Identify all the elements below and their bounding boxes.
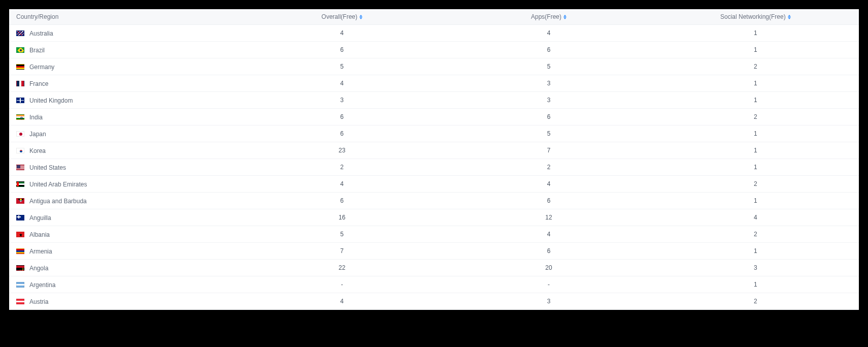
- cell-social: 1: [652, 243, 859, 260]
- flag-icon: [16, 232, 24, 237]
- column-header-overall[interactable]: Overall(Free): [239, 9, 445, 25]
- cell-country: Germany: [9, 58, 239, 75]
- cell-social: 2: [652, 109, 859, 125]
- cell-apps: 6: [445, 193, 652, 209]
- column-header-label: Apps(Free): [531, 13, 561, 20]
- column-header-country: Country/Region: [9, 9, 239, 25]
- cell-social: 1: [652, 142, 859, 159]
- country-name: Japan: [29, 130, 46, 137]
- flag-icon: [16, 265, 24, 271]
- rankings-panel: Country/RegionOverall(Free)Apps(Free)Soc…: [9, 9, 859, 310]
- table-row[interactable]: Korea2371: [9, 142, 859, 159]
- column-header-apps[interactable]: Apps(Free): [445, 9, 652, 25]
- cell-apps: 3: [445, 293, 652, 310]
- table-row[interactable]: Antigua and Barbuda661: [9, 193, 859, 209]
- flag-icon: [16, 30, 24, 36]
- cell-country: Albania: [9, 226, 239, 243]
- column-header-label: Country/Region: [16, 13, 58, 20]
- cell-social: 2: [652, 176, 859, 193]
- table-row[interactable]: Germany552: [9, 58, 859, 75]
- flag-icon: [16, 114, 24, 120]
- cell-social: 2: [652, 226, 859, 243]
- cell-overall: 6: [239, 109, 445, 125]
- cell-country: Antigua and Barbuda: [9, 193, 239, 209]
- country-name: United States: [29, 164, 66, 171]
- country-name: India: [29, 113, 43, 120]
- table-row[interactable]: France431: [9, 75, 859, 92]
- flag-icon: [16, 81, 24, 86]
- sort-icon[interactable]: [563, 15, 566, 19]
- cell-country: France: [9, 75, 239, 92]
- table-header: Country/RegionOverall(Free)Apps(Free)Soc…: [9, 9, 859, 25]
- flag-icon: [16, 131, 24, 137]
- cell-apps: 4: [445, 226, 652, 243]
- table-row[interactable]: Argentina--1: [9, 276, 859, 293]
- cell-country: Brazil: [9, 42, 239, 58]
- table-row[interactable]: India662: [9, 109, 859, 125]
- table-row[interactable]: United Kingdom331: [9, 92, 859, 109]
- cell-social: 4: [652, 209, 859, 226]
- flag-icon: [16, 282, 24, 288]
- table-row[interactable]: United Arab Emirates442: [9, 176, 859, 193]
- column-header-label: Social Networking(Free): [720, 13, 786, 20]
- table-row[interactable]: United States221: [9, 159, 859, 176]
- cell-overall: 6: [239, 125, 445, 142]
- table-row[interactable]: Japan651: [9, 125, 859, 142]
- cell-social: 1: [652, 125, 859, 142]
- flag-icon: [16, 98, 24, 103]
- cell-social: 3: [652, 260, 859, 276]
- cell-apps: 3: [445, 92, 652, 109]
- table-row[interactable]: Austria432: [9, 293, 859, 310]
- cell-social: 1: [652, 159, 859, 176]
- flag-icon: [16, 299, 24, 304]
- cell-overall: 6: [239, 193, 445, 209]
- country-name: Austria: [29, 298, 48, 305]
- table-row[interactable]: Australia441: [9, 25, 859, 42]
- country-name: Antigua and Barbuda: [29, 197, 87, 204]
- cell-apps: 20: [445, 260, 652, 276]
- cell-apps: 6: [445, 42, 652, 58]
- flag-icon: [16, 181, 24, 187]
- table-row[interactable]: Armenia761: [9, 243, 859, 260]
- table-row[interactable]: Anguilla16124: [9, 209, 859, 226]
- country-name: France: [29, 80, 48, 87]
- cell-social: 1: [652, 42, 859, 58]
- column-header-social[interactable]: Social Networking(Free): [652, 9, 859, 25]
- cell-overall: 4: [239, 176, 445, 193]
- cell-apps: -: [445, 276, 652, 293]
- cell-overall: 3: [239, 92, 445, 109]
- country-name: Albania: [29, 231, 50, 238]
- flag-icon: [16, 148, 24, 153]
- table-row[interactable]: Angola22203: [9, 260, 859, 276]
- cell-apps: 6: [445, 243, 652, 260]
- cell-apps: 2: [445, 159, 652, 176]
- column-header-label: Overall(Free): [321, 13, 357, 20]
- cell-overall: 4: [239, 25, 445, 42]
- cell-social: 1: [652, 193, 859, 209]
- country-name: Angola: [29, 264, 48, 271]
- cell-country: Australia: [9, 25, 239, 42]
- cell-apps: 12: [445, 209, 652, 226]
- cell-apps: 4: [445, 25, 652, 42]
- cell-country: Austria: [9, 293, 239, 310]
- cell-social: 2: [652, 293, 859, 310]
- sort-icon[interactable]: [359, 15, 362, 19]
- cell-apps: 4: [445, 176, 652, 193]
- sort-icon[interactable]: [788, 15, 791, 19]
- cell-social: 1: [652, 75, 859, 92]
- cell-country: United Kingdom: [9, 92, 239, 109]
- table-row[interactable]: Brazil661: [9, 42, 859, 58]
- table-row[interactable]: Albania542: [9, 226, 859, 243]
- cell-overall: 4: [239, 75, 445, 92]
- cell-social: 1: [652, 92, 859, 109]
- country-name: United Kingdom: [29, 97, 73, 104]
- cell-apps: 3: [445, 75, 652, 92]
- cell-overall: 23: [239, 142, 445, 159]
- cell-overall: 4: [239, 293, 445, 310]
- cell-country: Argentina: [9, 276, 239, 293]
- flag-icon: [16, 47, 24, 53]
- cell-country: United Arab Emirates: [9, 176, 239, 193]
- country-name: Korea: [29, 147, 46, 154]
- flag-icon: [16, 198, 24, 204]
- cell-overall: 6: [239, 42, 445, 58]
